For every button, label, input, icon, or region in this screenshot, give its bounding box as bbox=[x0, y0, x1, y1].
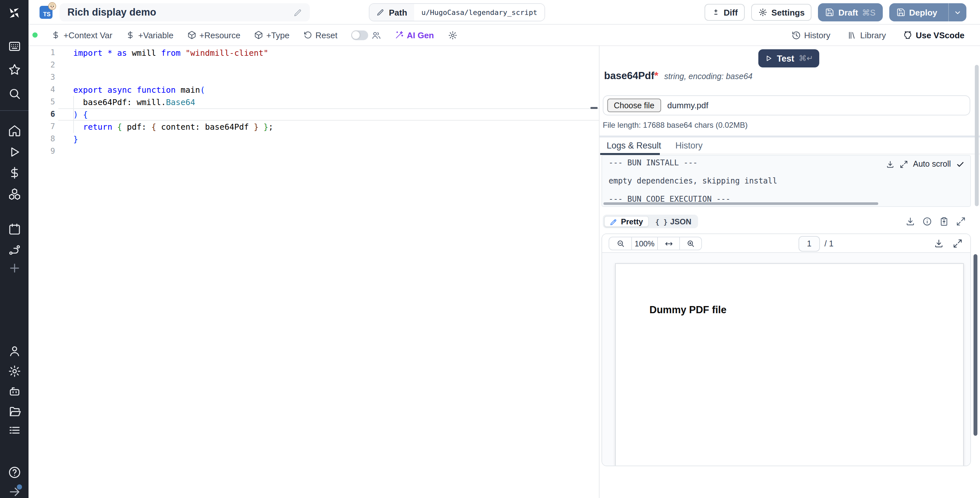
download-result-icon[interactable] bbox=[905, 217, 915, 226]
vscode-github-icon bbox=[903, 30, 913, 40]
panel-scrollbar-thumb[interactable] bbox=[975, 65, 978, 206]
bot-icon bbox=[8, 384, 21, 398]
sidebar-item-calendar[interactable] bbox=[7, 222, 21, 236]
sidebar-item-play[interactable] bbox=[7, 145, 21, 159]
add-resource-button[interactable]: +Resource bbox=[187, 30, 240, 40]
tab-history[interactable]: History bbox=[668, 140, 710, 150]
sidebar-item-app-grid[interactable] bbox=[7, 39, 21, 53]
reset-button[interactable]: Reset bbox=[303, 30, 337, 40]
download-pdf-icon[interactable] bbox=[934, 239, 944, 248]
add-type-label: +Type bbox=[266, 30, 290, 40]
code-line[interactable]: base64Pdf: wmill.Base64 bbox=[73, 96, 195, 108]
sidebar-item-home[interactable] bbox=[7, 123, 21, 137]
folder-open-icon bbox=[8, 404, 21, 418]
sidebar-item-user[interactable] bbox=[7, 344, 21, 358]
zoom-level[interactable]: 100% bbox=[631, 237, 657, 250]
chevron-down-icon bbox=[953, 8, 962, 16]
sidebar-item-search[interactable] bbox=[7, 86, 21, 101]
log-horizontal-scrollbar[interactable] bbox=[603, 202, 878, 205]
code-line[interactable]: ) { bbox=[73, 108, 88, 121]
pdf-canvas-area[interactable]: Dummy PDF file bbox=[602, 253, 970, 466]
sidebar-item-star[interactable] bbox=[7, 62, 21, 77]
tab-logs-result[interactable]: Logs & Result bbox=[600, 140, 668, 150]
view-json-button[interactable]: { } JSON bbox=[650, 217, 697, 226]
home-icon bbox=[8, 123, 21, 137]
fullscreen-pdf-icon[interactable] bbox=[953, 239, 963, 248]
pdf-viewer: 100% 1 / 1 Dummy PDF file bbox=[601, 233, 971, 466]
panel-divider[interactable] bbox=[599, 45, 600, 498]
diff-button[interactable]: Diff bbox=[704, 4, 745, 21]
path-widget[interactable]: Path u/HugoCasa/legendary_script bbox=[369, 3, 545, 21]
settings-button[interactable]: Settings bbox=[751, 4, 812, 21]
route-icon bbox=[8, 243, 21, 257]
library-button[interactable]: Library bbox=[847, 30, 886, 40]
diff-icon bbox=[711, 8, 720, 16]
sidebar-item-folder-open[interactable] bbox=[7, 404, 21, 418]
add-context-var-button[interactable]: +Context Var bbox=[51, 30, 113, 40]
test-button[interactable]: Test ⌘↵ bbox=[758, 49, 819, 67]
sidebar-item-list-dots[interactable] bbox=[7, 423, 21, 437]
library-label: Library bbox=[860, 30, 886, 40]
line-number: 2 bbox=[29, 59, 58, 71]
line-number: 4 bbox=[29, 84, 58, 96]
download-logs-icon[interactable] bbox=[886, 160, 894, 168]
log-panel[interactable]: --- BUN INSTALL --- empty dependencies, … bbox=[601, 155, 971, 207]
copy-json-icon[interactable] bbox=[939, 217, 949, 226]
sidebar-item-help[interactable] bbox=[7, 465, 21, 479]
draft-button[interactable]: Draft ⌘S bbox=[818, 3, 883, 21]
dollar-icon bbox=[126, 30, 135, 40]
auto-scroll-label[interactable]: Auto scroll bbox=[913, 160, 951, 169]
collab-toggle[interactable] bbox=[351, 30, 368, 40]
view-pretty-label: Pretty bbox=[621, 217, 643, 226]
view-pretty-button[interactable]: Pretty bbox=[604, 216, 649, 227]
choose-file-button[interactable]: Choose file bbox=[607, 99, 661, 112]
gear-icon bbox=[8, 364, 21, 378]
code-line[interactable]: import * as wmill from "windmill-client" bbox=[73, 47, 268, 59]
play-icon bbox=[765, 54, 772, 62]
edit-title-icon[interactable] bbox=[294, 8, 302, 16]
expand-logs-icon[interactable] bbox=[899, 160, 908, 168]
code-line[interactable]: return { pdf: { content: base64Pdf } }; bbox=[73, 121, 273, 133]
active-tab-underline bbox=[600, 153, 660, 155]
code-line[interactable]: } bbox=[73, 133, 78, 145]
line-number: 3 bbox=[29, 71, 58, 84]
app-grid-icon bbox=[8, 39, 21, 53]
sidebar-item-boxes[interactable] bbox=[7, 187, 21, 201]
add-type-button[interactable]: +Type bbox=[254, 30, 290, 40]
line-number: 8 bbox=[29, 133, 58, 145]
save-icon bbox=[826, 8, 835, 17]
file-input[interactable]: Choose file dummy.pdf bbox=[603, 95, 970, 115]
zoom-out-icon[interactable] bbox=[609, 237, 631, 250]
pdf-scrollbar-thumb[interactable] bbox=[974, 254, 977, 436]
windmill-logo-icon[interactable] bbox=[7, 6, 21, 20]
history-button[interactable]: History bbox=[791, 30, 830, 40]
sidebar-item-plus[interactable] bbox=[7, 261, 21, 275]
sidebar-item-route[interactable] bbox=[7, 243, 21, 257]
history-label: History bbox=[804, 30, 830, 40]
calendar-icon bbox=[8, 222, 21, 236]
sidebar-item-dollar[interactable] bbox=[7, 165, 21, 180]
editor-settings-icon[interactable] bbox=[447, 30, 457, 40]
help-icon bbox=[8, 465, 21, 479]
sidebar-item-gear[interactable] bbox=[7, 364, 21, 378]
expand-result-icon[interactable] bbox=[956, 217, 966, 226]
ai-gen-button[interactable]: AI Gen bbox=[395, 30, 434, 40]
zoom-in-icon[interactable] bbox=[679, 237, 701, 250]
line-number: 5 bbox=[29, 96, 58, 108]
add-resource-label: +Resource bbox=[199, 30, 240, 40]
deploy-button[interactable]: Deploy bbox=[889, 3, 944, 21]
sidebar-item-bot[interactable] bbox=[7, 384, 21, 398]
draft-shortcut: ⌘S bbox=[862, 8, 876, 17]
star-icon bbox=[8, 62, 21, 76]
rotate-ccw-icon bbox=[303, 30, 312, 40]
gear-icon bbox=[758, 8, 767, 17]
code-line[interactable]: export async function main( bbox=[73, 84, 205, 96]
info-icon[interactable] bbox=[922, 217, 932, 226]
history-icon bbox=[791, 30, 801, 40]
deploy-dropdown-button[interactable] bbox=[948, 3, 966, 21]
check-icon bbox=[956, 160, 964, 168]
page-number-input[interactable]: 1 bbox=[799, 236, 820, 251]
fit-width-icon[interactable] bbox=[657, 237, 679, 250]
use-vscode-button[interactable]: Use VScode bbox=[903, 30, 964, 40]
add-variable-button[interactable]: +Variable bbox=[126, 30, 174, 40]
